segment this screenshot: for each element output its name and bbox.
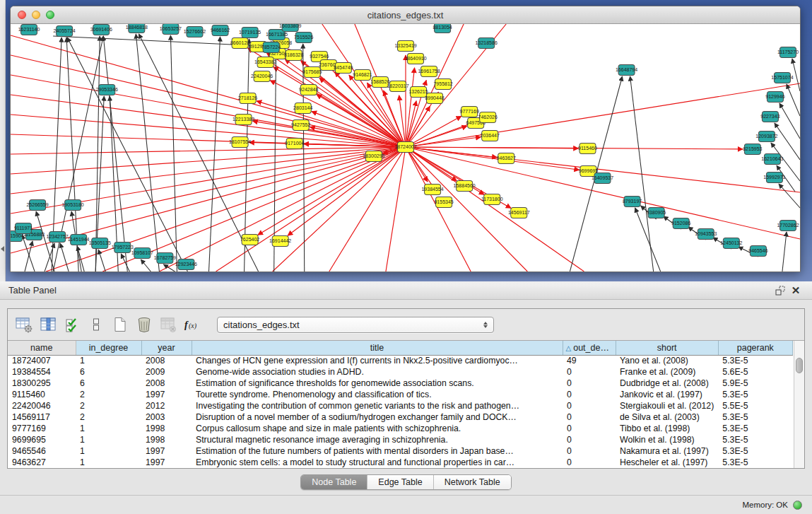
graph-node[interactable]: 14569117 bbox=[508, 208, 530, 218]
graph-node[interactable]: 18220317 bbox=[387, 81, 408, 92]
graph-node[interactable]: 2803144 bbox=[293, 103, 312, 114]
column-header-name[interactable]: name bbox=[8, 341, 76, 355]
cell-pagerank[interactable]: 5.9E-5 bbox=[718, 378, 792, 389]
graph-node[interactable]: 15751074 bbox=[771, 73, 793, 83]
cell-year[interactable]: 2008 bbox=[141, 355, 192, 366]
graph-node[interactable]: 9111971 bbox=[14, 223, 33, 234]
graph-node[interactable]: 8660128 bbox=[230, 38, 249, 49]
delete-column-icon[interactable] bbox=[134, 314, 155, 335]
cell-short[interactable]: Stergiakouli et al. (2012) bbox=[616, 400, 718, 411]
graph-node[interactable]: 22420046 bbox=[251, 71, 273, 82]
graph-node[interactable]: 9777169 bbox=[460, 107, 479, 117]
function-builder-icon[interactable]: f (x) bbox=[182, 314, 203, 335]
cell-name[interactable]: 9699695 bbox=[8, 434, 76, 445]
cell-name[interactable]: 9115460 bbox=[8, 389, 76, 400]
cell-out_degree[interactable]: 0 bbox=[563, 445, 616, 457]
graph-node[interactable]: 15276602 bbox=[184, 27, 206, 37]
cell-name[interactable]: 18300295 bbox=[8, 378, 76, 389]
cell-short[interactable]: Wolkin et al. (1998) bbox=[616, 434, 718, 445]
cell-year[interactable]: 1997 bbox=[141, 457, 192, 468]
table-row[interactable]: 1872400712008Changes of HCN gene express… bbox=[8, 355, 792, 366]
column-header-short[interactable]: short bbox=[616, 341, 718, 355]
graph-node[interactable]: 15992971 bbox=[763, 173, 785, 183]
cell-name[interactable]: 14569117 bbox=[8, 411, 76, 423]
graph-node[interactable]: 12342757 bbox=[47, 232, 69, 243]
graph-node[interactable]: 16543382 bbox=[254, 57, 276, 68]
cell-name[interactable]: 9463627 bbox=[8, 457, 76, 468]
cell-out_degree[interactable]: 0 bbox=[563, 434, 616, 445]
table-row[interactable]: 1456911722003Disruption of a novel membe… bbox=[8, 411, 792, 423]
cell-name[interactable]: 9777169 bbox=[8, 423, 76, 434]
cell-short[interactable]: Jankovic et al. (1997) bbox=[616, 389, 718, 400]
graph-node[interactable]: 17702862 bbox=[777, 221, 799, 231]
cell-out_degree[interactable]: 0 bbox=[563, 389, 616, 400]
column-header-out_degree[interactable]: △out_de… bbox=[563, 341, 616, 355]
graph-node[interactable]: 8813054 bbox=[433, 24, 452, 33]
graph-node[interactable]: 17957223 bbox=[112, 243, 134, 253]
cell-year[interactable]: 2009 bbox=[141, 366, 192, 378]
cell-title[interactable]: Tourette syndrome. Phenomenology and cla… bbox=[192, 389, 563, 400]
cell-title[interactable]: Changes of HCN gene expression and I(f) … bbox=[192, 355, 563, 366]
graph-node[interactable]: 9380905 bbox=[647, 208, 666, 218]
graph-node[interactable]: 10719135 bbox=[239, 28, 261, 38]
column-header-title[interactable]: title bbox=[192, 341, 563, 355]
graph-node[interactable]: 16961758 bbox=[418, 66, 440, 77]
cell-name[interactable]: 19384554 bbox=[8, 366, 76, 378]
float-panel-icon[interactable] bbox=[772, 284, 788, 298]
cell-title[interactable]: Structural magnetic resonance image aver… bbox=[192, 434, 563, 445]
cell-pagerank[interactable]: 5.3E-5 bbox=[718, 423, 792, 434]
cell-name[interactable]: 22420046 bbox=[8, 400, 76, 411]
column-visibility-icon[interactable] bbox=[37, 314, 59, 335]
cell-year[interactable]: 1997 bbox=[141, 389, 192, 400]
graph-node[interactable]: 10943553 bbox=[695, 229, 717, 240]
cell-short[interactable]: Nakamura et al. (1997) bbox=[616, 445, 718, 457]
graph-node[interactable]: 2036447 bbox=[481, 131, 500, 141]
cell-out_degree[interactable]: 0 bbox=[563, 366, 616, 378]
cell-in_degree[interactable]: 6 bbox=[76, 366, 141, 378]
tab-network-table[interactable]: Network Table bbox=[433, 475, 511, 489]
graph-node[interactable]: 9466162 bbox=[211, 25, 230, 36]
graph-node[interactable]: 8454749 bbox=[334, 63, 353, 74]
graph-node-hub[interactable]: 18724007 bbox=[394, 142, 416, 153]
cell-pagerank[interactable]: 5.6E-5 bbox=[718, 366, 792, 378]
table-row[interactable]: 977716911998Corpus callosum shape and si… bbox=[8, 423, 792, 434]
graph-node[interactable]: 8793197 bbox=[623, 197, 642, 207]
column-header-pagerank[interactable]: pagerank bbox=[718, 341, 792, 355]
graph-node[interactable]: 7625402 bbox=[240, 235, 259, 245]
network-canvas[interactable]: 8660128891295413226058932750816543382224… bbox=[11, 24, 800, 271]
graph-node[interactable]: 29053346 bbox=[96, 85, 118, 95]
graph-node[interactable]: 9171004 bbox=[285, 139, 304, 149]
graph-node[interactable]: 16231140 bbox=[18, 25, 40, 35]
cell-year[interactable]: 2008 bbox=[141, 378, 192, 389]
minimize-window-icon[interactable] bbox=[32, 11, 40, 19]
table-row[interactable]: 969969511998Structural magnetic resonanc… bbox=[8, 434, 792, 445]
table-row[interactable]: 1938455462009Genome-wide association stu… bbox=[8, 366, 792, 378]
graph-node[interactable]: 18846818 bbox=[126, 24, 148, 33]
cell-name[interactable]: 18724007 bbox=[8, 355, 76, 366]
graph-node[interactable]: 9427552 bbox=[291, 120, 310, 131]
graph-node[interactable]: 11451944 bbox=[68, 235, 90, 245]
graph-node[interactable]: 24055724 bbox=[54, 26, 76, 37]
cell-short[interactable]: Hescheler et al. (1997) bbox=[616, 457, 718, 468]
cell-year[interactable]: 1997 bbox=[141, 445, 192, 457]
row-selection-icon[interactable] bbox=[61, 314, 83, 335]
cell-out_degree[interactable]: 0 bbox=[563, 400, 616, 411]
cell-out_degree[interactable]: 0 bbox=[563, 411, 616, 423]
graph-node[interactable]: 16782759 bbox=[154, 253, 176, 264]
table-selector-dropdown[interactable]: citations_edges.txt bbox=[217, 317, 494, 333]
cell-pagerank[interactable]: 5.5E-5 bbox=[718, 400, 792, 411]
graph-node[interactable]: 12923446 bbox=[175, 259, 197, 270]
splitter-collapse-icon[interactable] bbox=[1, 246, 4, 252]
network-window[interactable]: citations_edges.txt 866012 bbox=[10, 6, 801, 272]
cell-year[interactable]: 1998 bbox=[141, 434, 192, 445]
cell-out_degree[interactable]: 0 bbox=[563, 378, 616, 389]
cell-year[interactable]: 2003 bbox=[141, 411, 192, 423]
graph-node[interactable]: 8990448 bbox=[425, 93, 444, 104]
cell-pagerank[interactable]: 5.3E-5 bbox=[718, 457, 792, 468]
graph-node[interactable]: 8186328 bbox=[284, 50, 303, 61]
graph-node[interactable]: 16409537 bbox=[592, 173, 613, 184]
graph-node[interactable]: 18640910 bbox=[404, 54, 426, 64]
scrollbar-thumb[interactable] bbox=[796, 358, 803, 373]
cell-title[interactable]: Estimation of significance thresholds fo… bbox=[192, 378, 563, 389]
graph-node[interactable]: 7462026 bbox=[478, 112, 498, 123]
